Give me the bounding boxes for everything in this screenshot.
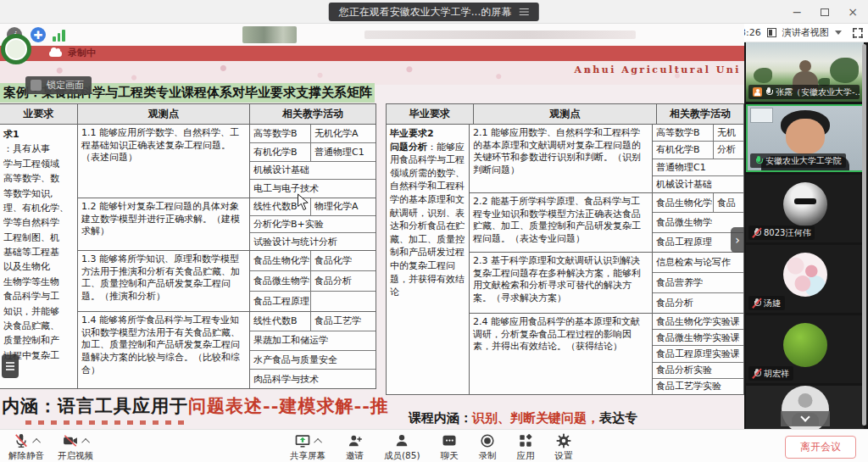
observation-cell: 1.1 能够应用所学数学、自然科学、工程基础知识正确表述复杂工程问题。（表述问题… <box>78 125 250 198</box>
settings-icon <box>555 432 572 451</box>
course-cell: 食品生物化学实验课 <box>653 314 743 329</box>
scroll-right-button[interactable]: › <box>731 227 744 253</box>
close-button[interactable]: × <box>848 5 858 19</box>
participant-namebar: 胡宏祥 <box>748 366 793 381</box>
observation-cell: 1.2 能够针对复杂工程问题的具体对象建立数学模型并进行正确求解。（建模求解） <box>78 198 250 250</box>
participant-tile[interactable]: 张露（安徽农业大学-… <box>746 42 864 102</box>
view-bar: 13:26 演讲者视图 <box>727 24 868 42</box>
toolbar-label: 解除静音 <box>8 450 44 462</box>
invite-icon <box>347 432 364 451</box>
university-logo <box>1 34 31 64</box>
toolbar-label: 聊天 <box>441 450 459 462</box>
toolbar-camera-off-button[interactable]: 开启视频 <box>58 432 93 462</box>
annotation-left-red: 问题表述--建模求解--推 <box>188 395 389 416</box>
slide-content-fragment <box>364 31 636 39</box>
course-cell: 食品生物化学 <box>250 251 311 270</box>
toolbar-settings-button[interactable]: 设置 <box>555 432 573 462</box>
participant-tile[interactable]: 汤婕 <box>746 245 864 313</box>
course-cell: 食品分析 <box>311 271 376 291</box>
watch-banner: 您正在观看安徽农业大学工学...的屏幕 <box>329 3 539 21</box>
course-matrix-table-right: 毕业要求观测点相关教学活动毕业要求2问题分析：能够应用食品科学与工程领域所需的数… <box>386 103 744 395</box>
mic-muted-icon <box>753 368 761 379</box>
course-cell: 线性代数B <box>250 312 311 331</box>
annotation-left: 内涵：语言工具应用于问题表述--建模求解--推 <box>2 394 389 418</box>
table-row: 1.2 能够针对复杂工程问题的具体对象建立数学模型并进行正确求解。（建模求解）线… <box>78 198 376 250</box>
chevron-up-icon[interactable] <box>81 438 90 447</box>
course-cell: 食品分析 <box>653 293 743 313</box>
course-cell: 食品工程原理 <box>653 233 743 252</box>
observation-cell: 2.1 能够应用数学、自然科学和工程科学的基本原理和文献调研对复杂工程问题的关键… <box>470 125 653 192</box>
toolbar-members-button[interactable]: 成员(85) <box>384 432 420 462</box>
participant-namebar: 张露（安徽农业大学-… <box>748 85 860 99</box>
course-cell: 果蔬加工和储运学 <box>250 331 376 350</box>
course-cell: 物理化学A <box>311 198 376 215</box>
table-row: 1.4 能够将所学食品科学与工程专业知识和数学模型方法用于有关食品贮藏、加工、质… <box>78 311 376 388</box>
chat-icon <box>441 432 458 451</box>
participants-sidebar: 张露（安徽农业大学-…安徽农业大学工学院8023汪何伟汤婕胡宏祥 <box>744 42 868 429</box>
sidebar-scrollbar[interactable] <box>862 44 866 426</box>
annotation-right-black: 课程内涵： <box>409 410 472 426</box>
course-cell: 高等数学B <box>250 125 311 142</box>
participant-tile[interactable]: 胡宏祥 <box>746 315 864 383</box>
members-icon <box>393 432 410 451</box>
course-cell: 食品 <box>714 193 743 212</box>
toolbar-chat-button[interactable]: 聊天 <box>441 432 459 462</box>
maximize-button[interactable] <box>821 8 829 16</box>
course-cell: 无机 <box>714 125 743 141</box>
observation-cell: 1.3 能够将所学知识、原理和数学模型方法用于推演和分析有关食品贮藏、加工、质量… <box>78 251 250 311</box>
course-cell: 信息检索与论写作 <box>653 253 743 272</box>
participant-tile[interactable]: 安徽农业大学工学院 <box>746 104 864 172</box>
course-cell: 食品工程原理实验课 <box>653 346 743 361</box>
shield-plus-icon[interactable]: ✚ <box>31 27 46 42</box>
observation-cell: 2.4 能够应用食品科学的基本原理和文献调研，分析复杂食品工程过程的影响因素，并… <box>470 314 653 394</box>
toolbar-label: 共享屏幕 <box>290 450 326 462</box>
participant-tile[interactable] <box>746 386 864 429</box>
trees-scenery <box>830 58 859 83</box>
avatar <box>783 323 827 367</box>
course-cell: 食品营养学 <box>653 273 743 292</box>
course-cell: 食品微生物学 <box>250 271 311 291</box>
participant-name: 胡宏祥 <box>764 368 789 380</box>
participant-tile[interactable]: 8023汪何伟 <box>746 175 864 242</box>
course-cell: 水产食品与质量安全 <box>250 351 376 370</box>
mic-icon <box>765 86 773 97</box>
mic-muted-icon <box>13 432 30 451</box>
scroll-down-button[interactable] <box>781 411 830 426</box>
banner-menu-icon[interactable] <box>520 8 529 10</box>
mic-icon <box>754 155 763 166</box>
course-cell: 分析化学B+实验 <box>250 216 376 233</box>
titlebar: 您正在观看安徽农业大学工学...的屏幕 − × <box>0 0 868 24</box>
speaker-face <box>786 119 825 154</box>
course-cell: 机械设计基础 <box>250 162 376 180</box>
course-cell: 食品微生物学 <box>653 213 743 231</box>
signal-bars-icon[interactable] <box>53 28 68 42</box>
table-row: 2.2 能基于所学科学原理、食品科学与工程专业知识和数学模型方法正确表达食品贮藏… <box>470 192 743 252</box>
leave-meeting-button[interactable]: 离开会议 <box>785 436 856 459</box>
course-cell <box>311 292 376 311</box>
participant-name: 8023汪何伟 <box>764 227 810 239</box>
minimize-button[interactable]: − <box>793 5 803 19</box>
chevron-down-icon[interactable] <box>835 31 842 35</box>
toolbar-mic-muted-button[interactable]: 解除静音 <box>8 432 44 462</box>
course-cell: 无机化学A <box>311 125 376 142</box>
toolbar-invite-button[interactable]: 邀请 <box>346 432 364 462</box>
toolbar-label: 开启视频 <box>58 450 93 462</box>
course-cell: 食品分析实验 <box>653 363 743 378</box>
toolbar-record-button[interactable]: 录制 <box>479 432 497 462</box>
view-mode-label[interactable]: 演讲者视图 <box>782 26 829 39</box>
annotation-toolbar-handle[interactable] <box>2 354 19 378</box>
toolbar-apps-button[interactable]: 应用 <box>517 432 535 462</box>
annotation-right: 课程内涵：识别、判断关键问题，表达专 <box>409 410 637 426</box>
column-header: 相关教学活动 <box>250 104 376 124</box>
avatar <box>783 182 827 226</box>
mic-muted-icon <box>753 227 761 238</box>
course-cell: 食品工艺学实验 <box>653 379 743 394</box>
course-cell: 有机化学B <box>250 143 311 161</box>
lock-view-tooltip[interactable]: 锁定画面 <box>25 76 92 94</box>
chevron-up-icon[interactable] <box>32 438 41 447</box>
fullscreen-icon[interactable] <box>853 28 863 38</box>
participant-namebar: 汤婕 <box>748 296 785 310</box>
table-row: 1.3 能够将所学知识、原理和数学模型方法用于推演和分析有关食品贮藏、加工、质量… <box>78 250 376 311</box>
chevron-up-icon[interactable] <box>314 438 322 447</box>
toolbar-screen-share-button[interactable]: 共享屏幕 <box>290 432 326 462</box>
